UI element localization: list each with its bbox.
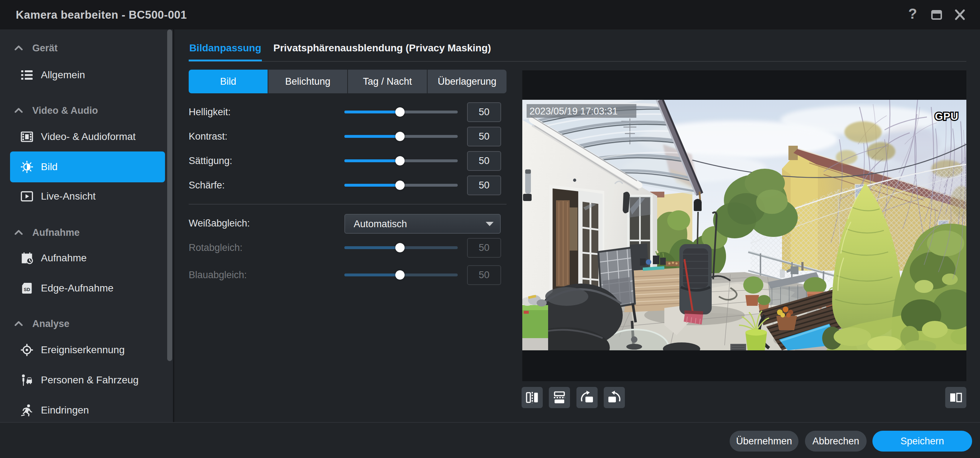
svg-text:2023/05/19 17:03:31: 2023/05/19 17:03:31 — [530, 106, 618, 116]
svg-text:SD: SD — [24, 287, 30, 292]
svg-text:GPU: GPU — [935, 110, 958, 122]
